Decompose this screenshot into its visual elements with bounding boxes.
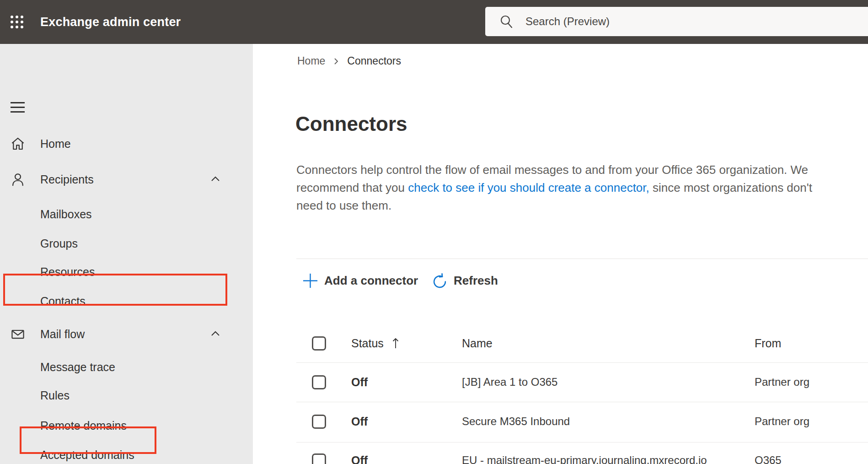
- sidebar-item-message-trace[interactable]: Message trace: [0, 357, 253, 377]
- refresh-button[interactable]: Refresh: [431, 270, 498, 291]
- column-header-name[interactable]: Name: [462, 333, 493, 353]
- cell-name[interactable]: [JB] Area 1 to O365: [462, 372, 557, 392]
- search-icon: [499, 14, 514, 29]
- app-title: Exchange admin center: [40, 0, 181, 44]
- row-divider: [296, 442, 868, 442]
- cell-name[interactable]: EU - mailstream-eu-primary.journaling.mx…: [462, 450, 707, 464]
- refresh-icon: [431, 272, 448, 289]
- cell-from: O365: [755, 450, 782, 464]
- left-navigation-pane: Home Recipients Mailboxes Groups Resourc…: [0, 44, 253, 464]
- cell-from: Partner org: [755, 411, 809, 432]
- sidebar-item-recipients[interactable]: Recipients: [0, 169, 253, 189]
- create-connector-help-link[interactable]: check to see if you should create a conn…: [408, 181, 649, 194]
- row-checkbox[interactable]: [312, 453, 326, 464]
- plus-icon: [302, 272, 319, 289]
- cell-status: Off: [351, 372, 368, 392]
- cell-status: Off: [351, 450, 368, 464]
- home-icon: [11, 136, 25, 151]
- toolbar-divider: [296, 259, 868, 259]
- cell-status: Off: [351, 411, 368, 432]
- breadcrumb-home-link[interactable]: Home: [297, 55, 325, 67]
- hamburger-menu-icon[interactable]: [11, 102, 25, 113]
- sidebar-item-resources[interactable]: Resources: [0, 262, 253, 282]
- page-description: Connectors help control the flow of emai…: [296, 161, 812, 215]
- person-icon: [11, 172, 25, 187]
- add-connector-button[interactable]: Add a connector: [302, 270, 418, 291]
- breadcrumb: Home Connectors: [297, 52, 401, 70]
- chevron-right-icon: [332, 57, 341, 66]
- column-header-from[interactable]: From: [755, 333, 781, 353]
- chevron-up-icon[interactable]: [210, 174, 221, 185]
- select-all-checkbox[interactable]: [312, 336, 326, 351]
- mail-icon: [11, 327, 25, 341]
- sidebar-item-mail-flow[interactable]: Mail flow: [0, 324, 253, 344]
- breadcrumb-current: Connectors: [347, 55, 401, 67]
- sidebar-item-groups[interactable]: Groups: [0, 233, 253, 254]
- sort-ascending-icon: [392, 337, 399, 350]
- app-launcher-waffle-icon[interactable]: [9, 14, 25, 30]
- sidebar-item-rules[interactable]: Rules: [0, 385, 253, 405]
- search-input[interactable]: [525, 15, 800, 28]
- cell-from: Partner org: [755, 372, 809, 392]
- sidebar-item-accepted-domains[interactable]: Accepted domains: [0, 445, 253, 464]
- row-checkbox[interactable]: [312, 415, 326, 429]
- sidebar-item-contacts[interactable]: Contacts: [0, 291, 253, 311]
- exchange-admin-center-window: Exchange admin center Home Recipients: [0, 0, 868, 464]
- global-search-box[interactable]: [485, 7, 868, 36]
- column-header-status[interactable]: Status: [351, 333, 399, 353]
- cell-name[interactable]: Secure M365 Inbound: [462, 411, 570, 432]
- row-checkbox[interactable]: [312, 375, 326, 389]
- sidebar-item-remote-domains[interactable]: Remote domains: [0, 415, 253, 436]
- page-title: Connectors: [295, 113, 407, 135]
- row-divider: [296, 402, 868, 402]
- top-app-bar: Exchange admin center: [0, 0, 868, 44]
- row-divider: [296, 362, 868, 363]
- sidebar-item-mailboxes[interactable]: Mailboxes: [0, 204, 253, 224]
- sidebar-item-home[interactable]: Home: [0, 134, 253, 154]
- chevron-up-icon[interactable]: [210, 329, 221, 340]
